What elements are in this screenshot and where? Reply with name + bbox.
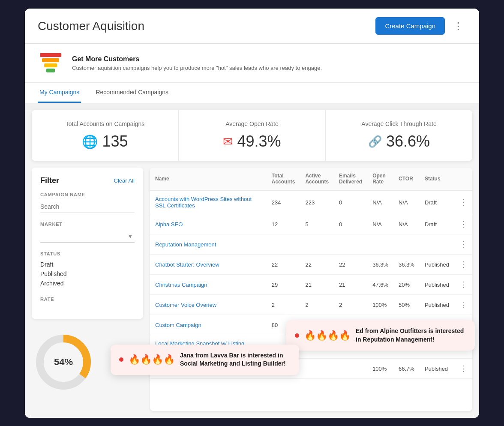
cell-total_accounts [267,234,300,255]
filter-header: Filter Clear All [40,176,135,185]
notification-text-2: Jana from Lavva Bar is interested in Soc… [180,351,291,368]
market-label: MARKET [40,222,135,227]
notification-dot-2 [119,357,123,362]
campaign-name-link[interactable]: Accounts with WordPress Sites without SS… [155,196,252,209]
campaign-name-link[interactable]: Alpha SEO [155,221,183,228]
globe-icon: 🌐 [82,134,98,149]
app-container: Customer Aquisition Create Campaign ⋮ Ge… [25,9,479,418]
col-total-accounts: TotalAccounts [267,168,300,190]
row-actions-button[interactable]: ⋮ [459,220,467,228]
cell-emails_delivered: 22 [334,255,367,275]
funnel-icon [38,52,63,74]
status-list: Draft Published Archived [40,260,135,288]
filter-campaign-name: CAMPAIGN NAME [40,192,135,213]
table-row: Christmas Campaign29212147.6%20%Publishe… [150,275,472,295]
campaign-name-link[interactable]: Custom Campaign [155,322,201,328]
cell-emails_delivered: 21 [334,275,367,295]
rate-label: RATE [40,297,135,302]
filter-rate: RATE [40,297,135,302]
stat-total-accounts: Total Accounts on Campaigns 🌐 135 [32,110,179,161]
table-row: Alpha SEO1250N/AN/ADraft⋮ [150,214,472,234]
status-label: STATUS [40,251,135,256]
cell-open_rate [367,234,393,255]
cell-ctor [393,234,420,255]
cell-emails_delivered: 0 [334,190,367,214]
market-select[interactable] [40,230,135,243]
table-row: Reputation Management⋮ [150,234,472,255]
cell-active_accounts: 5 [300,214,334,234]
cell-total_accounts: 234 [267,190,300,214]
banner-heading: Get More Customers [72,55,322,63]
notification-tooltip-2: 🔥🔥🔥🔥 Jana from Lavva Bar is interested i… [111,345,299,375]
stat-ctr: Average Click Through Rate 🔗 36.6% [326,110,472,161]
sidebar-filter: Filter Clear All CAMPAIGN NAME MARKET [32,168,143,319]
cell-total_accounts: 2 [267,295,300,315]
stat-ctr-value: 🔗 36.6% [339,132,459,150]
banner-text: Get More Customers Customer aquisition c… [72,55,322,71]
col-active-accounts: ActiveAccounts [300,168,334,190]
fire-icon-1: 🔥🔥🔥🔥 [304,330,351,341]
cell-open_rate: 36.3% [367,255,393,275]
status-published[interactable]: Published [40,269,135,279]
cell-status: Draft [420,214,454,234]
col-name: Name [150,168,267,190]
col-ctor: CTOR [393,168,420,190]
stats-row: Total Accounts on Campaigns 🌐 135 Averag… [32,110,472,161]
row-actions-button[interactable]: ⋮ [459,280,467,289]
cell-open_rate: 100% [367,359,393,379]
stat-open-rate: Average Open Rate ✉ 49.3% [179,110,326,161]
col-actions [454,168,472,190]
market-select-wrapper: ▼ [40,230,135,243]
header-actions: Create Campaign ⋮ [375,17,466,35]
search-input[interactable] [40,201,135,213]
col-open-rate: OpenRate [367,168,393,190]
banner-description: Customer aquisition campaigns help you t… [72,65,322,71]
campaign-name-link[interactable]: Chatbot Starter: Overview [155,261,219,268]
clear-all-button[interactable]: Clear All [114,177,135,184]
cell-status: Published [420,295,454,315]
create-campaign-button[interactable]: Create Campaign [375,17,445,35]
row-actions-button[interactable]: ⋮ [459,198,467,207]
campaign-name-link[interactable]: Reputation Management [155,241,216,248]
fire-icon-2: 🔥🔥🔥🔥 [129,354,175,365]
row-actions-button[interactable]: ⋮ [459,240,467,249]
row-actions-button[interactable]: ⋮ [459,260,467,269]
stat-open-label: Average Open Rate [192,120,312,127]
more-options-button[interactable]: ⋮ [450,19,466,33]
tab-recommended-campaigns[interactable]: Recommended Campaigns [94,83,170,103]
cell-status: Published [420,275,454,295]
cell-status: Draft [420,190,454,214]
stat-ctr-label: Average Click Through Rate [339,120,459,127]
cell-active_accounts [300,359,334,379]
row-actions-button[interactable]: ⋮ [459,300,467,309]
campaign-name-label: CAMPAIGN NAME [40,192,135,197]
stat-open-value: ✉ 49.3% [192,132,312,150]
filter-title: Filter [40,176,59,185]
svg-rect-0 [40,53,61,57]
svg-rect-3 [46,69,55,72]
cell-ctor: N/A [393,214,420,234]
tabs: My Campaigns Recommended Campaigns [25,83,479,103]
campaign-name-link[interactable]: Customer Voice Overiew [155,302,216,308]
cell-emails_delivered [334,359,367,379]
cell-status [420,234,454,255]
page-wrapper: Customer Aquisition Create Campaign ⋮ Ge… [25,9,479,418]
col-status: Status [420,168,454,190]
stat-total-value: 🌐 135 [45,132,165,150]
cell-open_rate: N/A [367,214,393,234]
page-title: Customer Aquisition [38,19,144,33]
tab-my-campaigns[interactable]: My Campaigns [38,83,81,103]
status-draft[interactable]: Draft [40,260,135,269]
status-archived[interactable]: Archived [40,279,135,288]
stat-total-label: Total Accounts on Campaigns [45,120,165,127]
cell-ctor: 50% [393,295,420,315]
svg-rect-2 [44,63,57,67]
campaign-name-link[interactable]: Christmas Campaign [155,282,207,288]
row-actions-button[interactable]: ⋮ [459,364,467,373]
link-icon: 🔗 [368,135,382,148]
svg-rect-1 [42,58,59,62]
top-section: Customer Aquisition Create Campaign ⋮ Ge… [25,9,479,103]
notification-tooltip-1: 🔥🔥🔥🔥 Ed from Alpine Outfitters is intere… [286,320,475,351]
cell-active_accounts: 2 [300,295,334,315]
bottom-section: Total Accounts on Campaigns 🌐 135 Averag… [25,110,479,418]
